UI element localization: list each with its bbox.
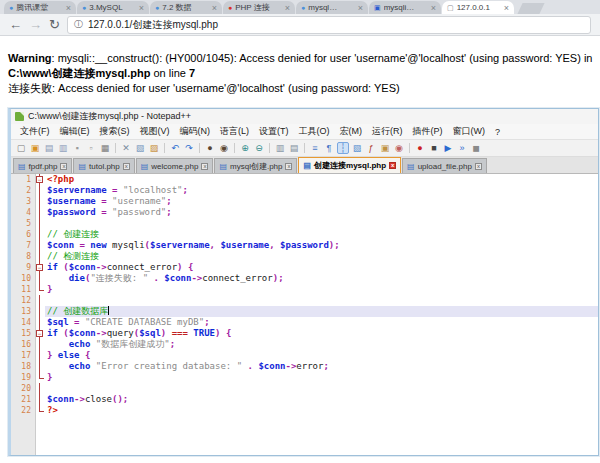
sync-vertical-scroll-icon[interactable]: ▥ xyxy=(274,142,286,154)
doc-tab[interactable]: ▤tutol.phpx xyxy=(73,158,134,173)
fold-marker[interactable]: − xyxy=(35,262,45,273)
code-line[interactable]: 6// 创建连接 xyxy=(11,229,598,240)
back-icon[interactable]: ← xyxy=(9,18,22,31)
code-line[interactable]: 4$password = "password"; xyxy=(11,207,598,218)
tab-close-icon[interactable]: × xyxy=(66,3,71,13)
code-line[interactable]: 1−<?php xyxy=(11,174,598,185)
doc-tab[interactable]: ▤创建连接mysql.phpx xyxy=(298,157,401,173)
new-tab-button[interactable] xyxy=(517,3,544,14)
code-line[interactable]: 8// 检测连接 xyxy=(11,251,598,262)
address-bar[interactable]: ⓘ 127.0.0.1/创建连接mysql.php xyxy=(67,16,591,34)
code-line[interactable]: 13// 创建数据库 xyxy=(11,306,598,317)
code-line[interactable]: 7$conn = new mysqli($servername, $userna… xyxy=(11,240,598,251)
code-line[interactable]: 21$conn->close(); xyxy=(11,394,598,405)
save-all-icon[interactable]: ▥ xyxy=(57,142,69,154)
macro-play-icon[interactable]: ▶ xyxy=(442,142,454,154)
function-list-icon[interactable]: ƒ xyxy=(365,142,377,154)
code-line[interactable]: 15−if ($conn->query($sql) === TRUE) { xyxy=(11,328,598,339)
menu-item[interactable]: 设置(T) xyxy=(254,125,294,138)
tab-close-icon[interactable]: × xyxy=(212,3,217,13)
doc-tab[interactable]: ▤mysql创建.phpx xyxy=(214,158,297,173)
zoom-in-icon[interactable]: ⊕ xyxy=(239,142,251,154)
notepad-titlebar[interactable]: C:\www\创建连接mysql.php - Notepad++ xyxy=(11,109,598,124)
menu-item[interactable]: 编码(N) xyxy=(175,125,216,138)
cut-icon[interactable]: ✕ xyxy=(120,142,132,154)
paste-icon[interactable]: ▨ xyxy=(148,142,160,154)
doc-tab[interactable]: ▤upload_file.phpx xyxy=(402,158,487,173)
menu-item[interactable]: 窗口(W) xyxy=(448,125,491,138)
doc-tab[interactable]: ▤welcome.phpx xyxy=(136,158,214,173)
code-line[interactable]: 19} xyxy=(11,372,598,383)
zoom-out-icon[interactable]: ⊖ xyxy=(253,142,265,154)
menu-item[interactable]: 工具(O) xyxy=(294,125,335,138)
menu-item[interactable]: 视图(V) xyxy=(135,125,175,138)
menu-item[interactable]: 搜索(S) xyxy=(95,125,135,138)
menu-item[interactable]: 插件(P) xyxy=(408,125,448,138)
code-line[interactable]: 2$servername = "localhost"; xyxy=(11,185,598,196)
browser-tab[interactable]: ●3.MySQL× xyxy=(77,1,149,14)
fold-collapse-icon[interactable]: − xyxy=(36,264,43,271)
doc-tab-close-icon[interactable]: x xyxy=(201,163,208,170)
forward-icon[interactable]: → xyxy=(29,18,42,31)
code-line[interactable]: 12 xyxy=(11,295,598,306)
doc-tab-close-icon[interactable]: x xyxy=(123,163,130,170)
print-icon[interactable]: ▦ xyxy=(99,142,111,154)
close-icon[interactable]: ▪ xyxy=(71,142,83,154)
code-line[interactable]: 10 die("连接失败: " . $conn->connect_error); xyxy=(11,273,598,284)
tab-close-icon[interactable]: × xyxy=(431,3,436,13)
macro-run-multiple-icon[interactable]: » xyxy=(456,142,468,154)
tab-close-icon[interactable]: × xyxy=(504,3,509,13)
copy-icon[interactable]: ▧ xyxy=(134,142,146,154)
page-info-icon[interactable]: ⓘ xyxy=(74,18,83,31)
monitoring-icon[interactable]: ◉ xyxy=(393,142,405,154)
browser-tab[interactable]: ●7.2 数据× xyxy=(150,1,222,14)
replace-icon[interactable]: ◉ xyxy=(218,142,230,154)
save-icon[interactable]: ▤ xyxy=(43,142,55,154)
fold-collapse-icon[interactable]: − xyxy=(36,330,43,337)
doc-tab[interactable]: ▤fpdf.phpx xyxy=(13,158,72,173)
browser-tab[interactable]: ●PHP 连接× xyxy=(223,1,295,14)
indent-guide-icon[interactable]: ┆ xyxy=(337,142,349,154)
doc-tab-close-icon[interactable]: x xyxy=(475,163,482,170)
fold-marker[interactable]: − xyxy=(35,174,45,185)
doc-tab-close-icon[interactable]: x xyxy=(60,163,67,170)
folder-as-workspace-icon[interactable]: ▣ xyxy=(379,142,391,154)
menu-item[interactable]: ? xyxy=(490,127,505,137)
tab-close-icon[interactable]: × xyxy=(139,3,144,13)
undo-icon[interactable]: ↶ xyxy=(169,142,181,154)
fold-collapse-icon[interactable]: − xyxy=(36,176,43,183)
browser-tab[interactable]: ●腾讯课堂× xyxy=(4,1,76,14)
notepad-editor[interactable]: 1−<?php2$servername = "localhost";3$user… xyxy=(11,174,598,455)
browser-tab[interactable]: ▢127.0.0.1× xyxy=(442,1,514,14)
sync-horizontal-scroll-icon[interactable]: ▤ xyxy=(288,142,300,154)
browser-tab[interactable]: ▣mysqli…× xyxy=(369,1,441,14)
macro-save-icon[interactable]: ◼ xyxy=(470,142,482,154)
code-line[interactable]: 18 echo "Error creating database: " . $c… xyxy=(11,361,598,372)
menu-item[interactable]: 运行(R) xyxy=(367,125,408,138)
redo-icon[interactable]: ↷ xyxy=(183,142,195,154)
doc-tab-close-icon[interactable]: x xyxy=(389,162,396,169)
macro-stop-icon[interactable]: ■ xyxy=(428,142,440,154)
menu-item[interactable]: 编辑(E) xyxy=(55,125,95,138)
code-line[interactable]: 16 echo "数据库创建成功"; xyxy=(11,339,598,350)
code-line[interactable]: 5 xyxy=(11,218,598,229)
new-file-icon[interactable]: ▢ xyxy=(15,142,27,154)
doc-map-icon[interactable]: ▧ xyxy=(351,142,363,154)
browser-tab[interactable]: ●mysql…× xyxy=(296,1,368,14)
show-all-chars-icon[interactable]: ¶ xyxy=(323,142,335,154)
code-line[interactable]: 17} else { xyxy=(11,350,598,361)
menu-item[interactable]: 文件(F) xyxy=(15,125,55,138)
code-line[interactable]: 9−if ($conn->connect_error) { xyxy=(11,262,598,273)
reload-icon[interactable]: ↻ xyxy=(49,18,60,31)
open-folder-icon[interactable]: ▣ xyxy=(29,142,41,154)
close-all-icon[interactable]: ▫ xyxy=(85,142,97,154)
doc-tab-close-icon[interactable]: x xyxy=(285,163,292,170)
code-line[interactable]: 20 xyxy=(11,383,598,394)
code-line[interactable]: 22?> xyxy=(11,405,598,416)
find-icon[interactable]: ● xyxy=(204,142,216,154)
code-line[interactable]: 11} xyxy=(11,284,598,295)
fold-marker[interactable]: − xyxy=(35,328,45,339)
code-line[interactable]: 3$username = "username"; xyxy=(11,196,598,207)
word-wrap-icon[interactable]: ≡ xyxy=(309,142,321,154)
code-line[interactable]: 14$sql = "CREATE DATABASE myDB"; xyxy=(11,317,598,328)
